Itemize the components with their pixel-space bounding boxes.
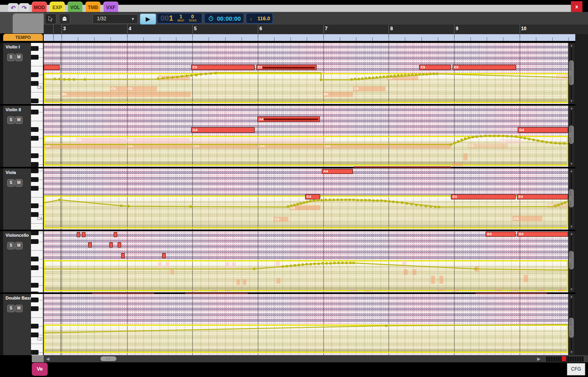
- ghost-note[interactable]: E4: [547, 203, 568, 208]
- beat-strip[interactable]: [44, 34, 575, 41]
- black-key[interactable]: [31, 177, 39, 182]
- overview-zoom-strip[interactable]: [545, 356, 584, 362]
- ghost-note[interactable]: E4: [325, 143, 388, 149]
- velocity-tab-button[interactable]: Ve: [32, 363, 48, 376]
- ghost-note[interactable]: C4: [273, 217, 288, 222]
- piano-roll-area[interactable]: F4F4F4E4E4E4E4E4E4G4A4G4: [44, 106, 568, 167]
- black-key[interactable]: [31, 350, 39, 355]
- black-key[interactable]: [31, 99, 39, 103]
- scroll-down-icon[interactable]: ▼: [568, 287, 575, 292]
- black-key[interactable]: [31, 324, 39, 329]
- midi-note[interactable]: E5: [419, 65, 451, 70]
- midi-note[interactable]: E4: [305, 194, 320, 199]
- black-key[interactable]: [31, 203, 39, 208]
- ghost-note[interactable]: [463, 153, 468, 160]
- ghost-note[interactable]: [475, 266, 479, 272]
- ghost-note[interactable]: [236, 279, 240, 285]
- midi-note[interactable]: [162, 253, 166, 258]
- black-key[interactable]: [31, 186, 39, 191]
- solo-button[interactable]: S: [7, 116, 15, 124]
- ghost-note[interactable]: [191, 138, 326, 143]
- ghost-note[interactable]: B4: [61, 92, 191, 97]
- ghost-note[interactable]: F4: [127, 138, 190, 143]
- ghost-note[interactable]: [225, 290, 230, 291]
- ghost-note[interactable]: [243, 279, 246, 285]
- black-key[interactable]: [31, 162, 39, 167]
- ghost-note[interactable]: [350, 290, 357, 291]
- midi-note[interactable]: G4: [191, 127, 255, 133]
- midi-note[interactable]: [121, 253, 125, 258]
- solo-button[interactable]: S: [7, 305, 15, 312]
- black-key[interactable]: [31, 136, 39, 141]
- black-key[interactable]: [31, 168, 39, 173]
- ghost-note[interactable]: [495, 289, 502, 291]
- ghost-note[interactable]: [226, 262, 229, 268]
- overview-position-marker[interactable]: [562, 356, 566, 361]
- scroll-up-icon[interactable]: ▲: [568, 106, 575, 111]
- tempo-track-button[interactable]: TEMPO: [3, 34, 43, 41]
- black-key[interactable]: [31, 153, 39, 158]
- black-key[interactable]: [31, 127, 39, 132]
- midi-note[interactable]: B3: [485, 232, 516, 237]
- ghost-note[interactable]: E4: [468, 143, 508, 149]
- ghost-note[interactable]: [158, 262, 162, 268]
- measure-ruler[interactable]: 345678910: [44, 25, 575, 34]
- black-key[interactable]: [31, 72, 39, 77]
- time-display[interactable]: 00:00:00: [204, 13, 244, 24]
- ghost-note[interactable]: [431, 276, 435, 284]
- ghost-note[interactable]: F4: [76, 138, 127, 143]
- midi-note[interactable]: [77, 232, 80, 237]
- ghost-note[interactable]: [389, 143, 451, 149]
- piano-roll-area[interactable]: B3B3: [44, 231, 568, 292]
- ghost-note[interactable]: [412, 269, 416, 275]
- mute-button[interactable]: M: [15, 305, 23, 312]
- scroll-up-icon[interactable]: ▲: [568, 169, 575, 174]
- ghost-note[interactable]: E4: [289, 205, 320, 210]
- grid-resolution-select[interactable]: 1/32 ▼: [93, 14, 138, 24]
- black-key[interactable]: [31, 257, 39, 261]
- play-button[interactable]: ▶: [140, 14, 156, 25]
- ghost-note[interactable]: [166, 262, 169, 268]
- scroll-down-icon[interactable]: ▼: [568, 224, 575, 229]
- track-vscrollbar[interactable]: ▲▼: [568, 168, 575, 230]
- solo-button[interactable]: S: [7, 242, 15, 249]
- ghost-notes-tool-button[interactable]: [59, 14, 70, 24]
- mute-button[interactable]: M: [15, 242, 23, 249]
- piano-roll-area[interactable]: B4C5C5D5B4C5D5D5E5E5E5E5: [44, 43, 568, 104]
- solo-button[interactable]: S: [7, 54, 15, 61]
- ghost-note[interactable]: [276, 261, 280, 266]
- midi-note[interactable]: A4: [257, 116, 320, 122]
- black-key[interactable]: [31, 46, 39, 51]
- midi-note[interactable]: E5: [453, 65, 516, 70]
- ghost-note[interactable]: [365, 290, 371, 292]
- midi-note[interactable]: E5: [256, 65, 317, 70]
- ghost-note[interactable]: E4: [259, 143, 324, 149]
- midi-note[interactable]: G4: [518, 127, 568, 133]
- ghost-note[interactable]: [511, 290, 520, 291]
- black-key[interactable]: [31, 55, 39, 60]
- ghost-note[interactable]: [402, 261, 406, 267]
- scroll-down-icon[interactable]: ▼: [568, 350, 575, 355]
- ghost-note[interactable]: C5: [353, 86, 385, 91]
- black-key[interactable]: [31, 231, 39, 235]
- midi-note[interactable]: E4: [517, 194, 568, 199]
- midi-note[interactable]: E4: [451, 194, 516, 199]
- midi-note[interactable]: [109, 242, 113, 247]
- scroll-up-icon[interactable]: ▲: [568, 294, 575, 299]
- midi-note[interactable]: A4: [322, 169, 353, 174]
- ghost-note[interactable]: [437, 289, 445, 291]
- piano-roll-area[interactable]: E4C4C4E4A4E4E4E4: [44, 168, 568, 230]
- midi-note[interactable]: [44, 65, 60, 70]
- ghost-note[interactable]: [170, 270, 174, 275]
- black-key[interactable]: [31, 283, 39, 288]
- black-key[interactable]: [31, 265, 39, 270]
- black-key[interactable]: [31, 110, 39, 114]
- ghost-note[interactable]: [453, 290, 459, 291]
- ghost-note[interactable]: [277, 278, 280, 284]
- black-key[interactable]: [31, 298, 39, 302]
- track-vscrollbar[interactable]: ▲▼: [568, 231, 575, 292]
- ghost-note[interactable]: E4: [44, 143, 126, 149]
- midi-note[interactable]: [114, 232, 117, 237]
- black-key[interactable]: [31, 239, 39, 244]
- midi-note[interactable]: E5: [191, 65, 255, 70]
